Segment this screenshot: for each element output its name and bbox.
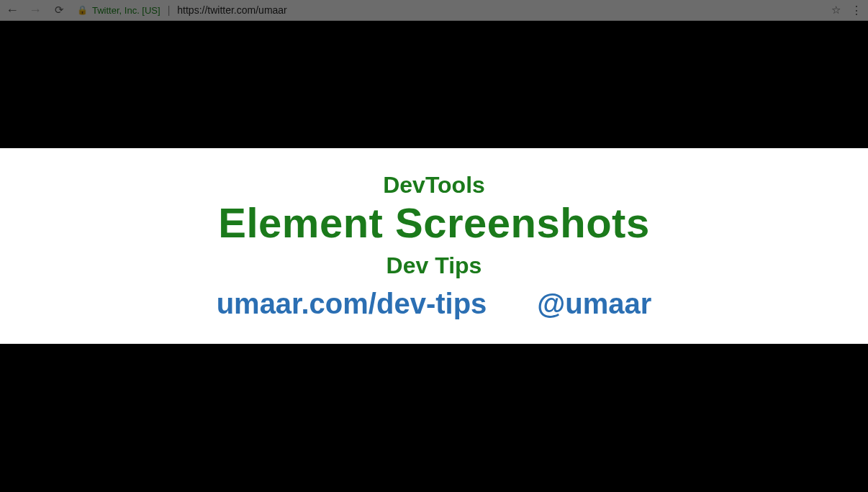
title-line-main: Element Screenshots [218,199,649,247]
browser-address-bar: ← → ⟳ 🔒 Twitter, Inc. [US] | https://twi… [0,0,868,21]
title-link-handle[interactable]: @umaar [537,288,651,320]
title-line-devtools: DevTools [383,172,485,199]
lock-icon: 🔒 [77,5,88,15]
bookmark-star-icon[interactable]: ☆ [831,4,841,17]
reload-icon[interactable]: ⟳ [55,4,64,17]
forward-icon[interactable]: → [29,3,42,18]
address-area[interactable]: 🔒 Twitter, Inc. [US] | https://twitter.c… [77,4,287,16]
browser-menu-icon[interactable]: ⋮ [851,4,862,17]
url-text: https://twitter.com/umaar [177,4,287,16]
cert-label: Twitter, Inc. [US] [92,5,161,16]
title-link-site[interactable]: umaar.com/dev-tips [217,288,487,320]
back-icon[interactable]: ← [6,3,19,18]
title-line-devtips: Dev Tips [386,252,482,279]
title-card: DevTools Element Screenshots Dev Tips um… [0,148,868,344]
